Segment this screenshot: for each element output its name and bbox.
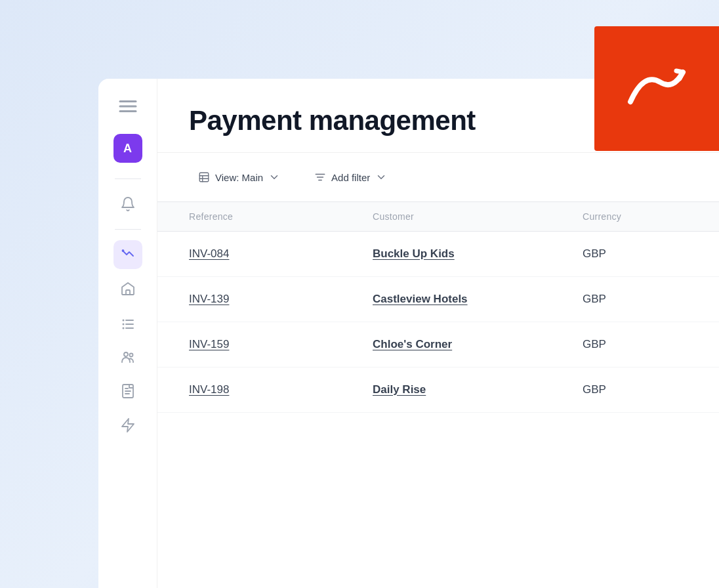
app-window: A <box>98 79 719 588</box>
cell-customer-0: Buckle Up Kids <box>373 247 583 261</box>
data-table: Reference Customer Currency INV-084 Buck… <box>157 202 719 588</box>
svg-point-11 <box>124 352 128 356</box>
svg-point-12 <box>129 354 133 357</box>
cell-reference-1: INV-139 <box>189 293 373 306</box>
sidebar-item-home[interactable] <box>113 274 142 303</box>
table-row[interactable]: INV-198 Daily Rise GBP <box>157 368 719 413</box>
view-chevron-icon <box>268 171 280 183</box>
svg-point-5 <box>122 320 124 322</box>
filter-label: Add filter <box>331 172 370 183</box>
sidebar-item-payments[interactable] <box>113 240 142 269</box>
filter-icon <box>314 171 326 183</box>
svg-rect-15 <box>199 173 209 182</box>
cell-reference-0: INV-084 <box>189 247 373 261</box>
view-selector-button[interactable]: View: Main <box>189 166 289 188</box>
sidebar-divider-mid <box>115 229 141 230</box>
table-row[interactable]: INV-159 Chloe's Corner GBP <box>157 322 719 368</box>
svg-marker-14 <box>122 419 134 432</box>
col-currency: Currency <box>583 211 714 222</box>
table-icon <box>198 171 210 183</box>
cell-currency-2: GBP <box>583 338 714 351</box>
sidebar-item-invoices[interactable] <box>113 377 142 406</box>
sidebar: A <box>98 79 157 588</box>
svg-point-9 <box>122 327 124 329</box>
filter-chevron-icon <box>375 171 387 183</box>
svg-point-7 <box>122 324 124 326</box>
sidebar-item-notifications[interactable] <box>113 190 142 219</box>
view-label: View: Main <box>215 172 263 183</box>
table-header: Reference Customer Currency <box>157 202 719 232</box>
table-row[interactable]: INV-139 Castleview Hotels GBP <box>157 277 719 322</box>
main-content: Payment management View: Main <box>157 79 719 588</box>
avatar[interactable]: A <box>113 134 142 163</box>
sidebar-item-tasks[interactable] <box>113 308 142 337</box>
menu-icon[interactable] <box>116 94 140 118</box>
cell-reference-2: INV-159 <box>189 338 373 351</box>
cell-customer-3: Daily Rise <box>373 383 583 396</box>
cell-customer-2: Chloe's Corner <box>373 338 583 351</box>
toolbar: View: Main Add filter <box>157 153 719 202</box>
sidebar-item-lightning[interactable] <box>113 411 142 440</box>
cell-currency-3: GBP <box>583 383 714 396</box>
cell-currency-0: GBP <box>583 247 714 261</box>
cell-reference-3: INV-198 <box>189 383 373 396</box>
svg-point-3 <box>122 250 123 251</box>
cell-customer-1: Castleview Hotels <box>373 293 583 306</box>
sidebar-divider-top <box>115 178 141 179</box>
col-customer: Customer <box>373 211 583 222</box>
col-reference: Reference <box>189 211 373 222</box>
cell-currency-1: GBP <box>583 293 714 306</box>
app-logo <box>594 26 719 151</box>
sidebar-item-team[interactable] <box>113 343 142 371</box>
svg-rect-4 <box>126 290 130 295</box>
table-row[interactable]: INV-084 Buckle Up Kids GBP <box>157 232 719 277</box>
filter-button[interactable]: Add filter <box>305 166 396 188</box>
